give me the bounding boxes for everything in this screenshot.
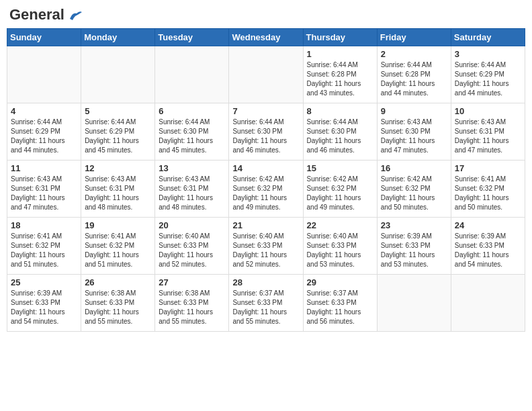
- logo: General: [9, 7, 83, 23]
- day-info: Sunrise: 6:42 AM Sunset: 6:32 PM Dayligh…: [232, 175, 299, 212]
- calendar-day-cell: [7, 46, 81, 103]
- day-number: 22: [307, 220, 373, 230]
- day-number: 7: [232, 106, 299, 116]
- day-number: 5: [85, 106, 151, 116]
- weekday-header-thursday: Thursday: [303, 29, 377, 46]
- day-info: Sunrise: 6:44 AM Sunset: 6:30 PM Dayligh…: [307, 118, 373, 155]
- calendar-day-cell: 19Sunrise: 6:41 AM Sunset: 6:32 PM Dayli…: [81, 218, 155, 275]
- weekday-header-monday: Monday: [81, 29, 155, 46]
- weekday-header-sunday: Sunday: [7, 29, 81, 46]
- day-info: Sunrise: 6:43 AM Sunset: 6:30 PM Dayligh…: [381, 118, 447, 155]
- weekday-header-saturday: Saturday: [451, 29, 525, 46]
- calendar-day-cell: 16Sunrise: 6:42 AM Sunset: 6:32 PM Dayli…: [377, 161, 451, 218]
- day-info: Sunrise: 6:38 AM Sunset: 6:33 PM Dayligh…: [159, 289, 225, 326]
- day-number: 27: [159, 277, 225, 287]
- day-info: Sunrise: 6:44 AM Sunset: 6:30 PM Dayligh…: [232, 118, 299, 155]
- calendar-day-cell: 11Sunrise: 6:43 AM Sunset: 6:31 PM Dayli…: [7, 161, 81, 218]
- calendar-day-cell: 14Sunrise: 6:42 AM Sunset: 6:32 PM Dayli…: [229, 161, 303, 218]
- day-info: Sunrise: 6:40 AM Sunset: 6:33 PM Dayligh…: [159, 232, 225, 269]
- day-number: 6: [159, 106, 225, 116]
- day-info: Sunrise: 6:41 AM Sunset: 6:32 PM Dayligh…: [11, 232, 77, 269]
- calendar-day-cell: 18Sunrise: 6:41 AM Sunset: 6:32 PM Dayli…: [7, 218, 81, 275]
- calendar-day-cell: 15Sunrise: 6:42 AM Sunset: 6:32 PM Dayli…: [303, 161, 377, 218]
- calendar-week-row: 11Sunrise: 6:43 AM Sunset: 6:31 PM Dayli…: [7, 161, 525, 218]
- calendar-week-row: 1Sunrise: 6:44 AM Sunset: 6:28 PM Daylig…: [7, 46, 525, 103]
- day-number: 8: [307, 106, 373, 116]
- day-number: 25: [11, 277, 77, 287]
- day-number: 19: [85, 220, 151, 230]
- day-number: 1: [307, 49, 373, 59]
- calendar-day-cell: 13Sunrise: 6:43 AM Sunset: 6:31 PM Dayli…: [155, 161, 229, 218]
- calendar-day-cell: 2Sunrise: 6:44 AM Sunset: 6:28 PM Daylig…: [377, 46, 451, 103]
- calendar-table: SundayMondayTuesdayWednesdayThursdayFrid…: [7, 28, 525, 332]
- day-number: 23: [381, 220, 447, 230]
- calendar-day-cell: 26Sunrise: 6:38 AM Sunset: 6:33 PM Dayli…: [81, 275, 155, 332]
- calendar-day-cell: 23Sunrise: 6:39 AM Sunset: 6:33 PM Dayli…: [377, 218, 451, 275]
- weekday-header-tuesday: Tuesday: [155, 29, 229, 46]
- calendar-day-cell: 9Sunrise: 6:43 AM Sunset: 6:30 PM Daylig…: [377, 103, 451, 161]
- calendar-week-row: 4Sunrise: 6:44 AM Sunset: 6:29 PM Daylig…: [7, 103, 525, 161]
- weekday-header-wednesday: Wednesday: [229, 29, 303, 46]
- day-number: 18: [11, 220, 77, 230]
- calendar-day-cell: 20Sunrise: 6:40 AM Sunset: 6:33 PM Dayli…: [155, 218, 229, 275]
- day-info: Sunrise: 6:37 AM Sunset: 6:33 PM Dayligh…: [307, 289, 373, 326]
- day-number: 9: [381, 106, 447, 116]
- day-number: 11: [11, 163, 77, 173]
- day-number: 3: [455, 49, 521, 59]
- day-number: 21: [232, 220, 299, 230]
- day-info: Sunrise: 6:38 AM Sunset: 6:33 PM Dayligh…: [85, 289, 151, 326]
- day-info: Sunrise: 6:39 AM Sunset: 6:33 PM Dayligh…: [455, 232, 521, 269]
- day-info: Sunrise: 6:39 AM Sunset: 6:33 PM Dayligh…: [381, 232, 447, 269]
- day-info: Sunrise: 6:44 AM Sunset: 6:29 PM Dayligh…: [455, 60, 521, 98]
- calendar-day-cell: 10Sunrise: 6:43 AM Sunset: 6:31 PM Dayli…: [451, 103, 525, 161]
- calendar-day-cell: 29Sunrise: 6:37 AM Sunset: 6:33 PM Dayli…: [303, 275, 377, 332]
- day-number: 2: [381, 49, 447, 59]
- logo-bird-icon: [69, 9, 83, 21]
- calendar-day-cell: [451, 275, 525, 332]
- day-info: Sunrise: 6:43 AM Sunset: 6:31 PM Dayligh…: [159, 175, 225, 212]
- logo-general: General: [9, 7, 83, 23]
- calendar-day-cell: [155, 46, 229, 103]
- calendar-day-cell: 5Sunrise: 6:44 AM Sunset: 6:29 PM Daylig…: [81, 103, 155, 161]
- day-number: 14: [232, 163, 299, 173]
- day-info: Sunrise: 6:44 AM Sunset: 6:28 PM Dayligh…: [381, 60, 447, 98]
- day-info: Sunrise: 6:39 AM Sunset: 6:33 PM Dayligh…: [11, 289, 77, 326]
- day-number: 17: [455, 163, 521, 173]
- day-info: Sunrise: 6:42 AM Sunset: 6:32 PM Dayligh…: [307, 175, 373, 212]
- day-number: 16: [381, 163, 447, 173]
- day-number: 12: [85, 163, 151, 173]
- day-info: Sunrise: 6:43 AM Sunset: 6:31 PM Dayligh…: [85, 175, 151, 212]
- calendar-day-cell: 28Sunrise: 6:37 AM Sunset: 6:33 PM Dayli…: [229, 275, 303, 332]
- calendar-day-cell: 1Sunrise: 6:44 AM Sunset: 6:28 PM Daylig…: [303, 46, 377, 103]
- day-info: Sunrise: 6:41 AM Sunset: 6:32 PM Dayligh…: [455, 175, 521, 212]
- day-number: 28: [232, 277, 299, 287]
- calendar-day-cell: [377, 275, 451, 332]
- day-info: Sunrise: 6:42 AM Sunset: 6:32 PM Dayligh…: [381, 175, 447, 212]
- day-info: Sunrise: 6:43 AM Sunset: 6:31 PM Dayligh…: [455, 118, 521, 155]
- day-number: 24: [455, 220, 521, 230]
- calendar-day-cell: 12Sunrise: 6:43 AM Sunset: 6:31 PM Dayli…: [81, 161, 155, 218]
- calendar-day-cell: 24Sunrise: 6:39 AM Sunset: 6:33 PM Dayli…: [451, 218, 525, 275]
- calendar-day-cell: 4Sunrise: 6:44 AM Sunset: 6:29 PM Daylig…: [7, 103, 81, 161]
- calendar-day-cell: 8Sunrise: 6:44 AM Sunset: 6:30 PM Daylig…: [303, 103, 377, 161]
- calendar-day-cell: [229, 46, 303, 103]
- calendar-day-cell: 22Sunrise: 6:40 AM Sunset: 6:33 PM Dayli…: [303, 218, 377, 275]
- calendar-header: General: [7, 7, 525, 23]
- calendar-day-cell: 3Sunrise: 6:44 AM Sunset: 6:29 PM Daylig…: [451, 46, 525, 103]
- calendar-week-row: 18Sunrise: 6:41 AM Sunset: 6:32 PM Dayli…: [7, 218, 525, 275]
- calendar-day-cell: 17Sunrise: 6:41 AM Sunset: 6:32 PM Dayli…: [451, 161, 525, 218]
- weekday-header-row: SundayMondayTuesdayWednesdayThursdayFrid…: [7, 29, 525, 46]
- weekday-header-friday: Friday: [377, 29, 451, 46]
- calendar-day-cell: 27Sunrise: 6:38 AM Sunset: 6:33 PM Dayli…: [155, 275, 229, 332]
- day-number: 20: [159, 220, 225, 230]
- calendar-day-cell: 25Sunrise: 6:39 AM Sunset: 6:33 PM Dayli…: [7, 275, 81, 332]
- day-number: 29: [307, 277, 373, 287]
- day-number: 10: [455, 106, 521, 116]
- day-info: Sunrise: 6:40 AM Sunset: 6:33 PM Dayligh…: [232, 232, 299, 269]
- day-info: Sunrise: 6:44 AM Sunset: 6:28 PM Dayligh…: [307, 60, 373, 98]
- day-number: 26: [85, 277, 151, 287]
- day-number: 4: [11, 106, 77, 116]
- day-info: Sunrise: 6:41 AM Sunset: 6:32 PM Dayligh…: [85, 232, 151, 269]
- calendar-week-row: 25Sunrise: 6:39 AM Sunset: 6:33 PM Dayli…: [7, 275, 525, 332]
- day-info: Sunrise: 6:44 AM Sunset: 6:29 PM Dayligh…: [85, 118, 151, 155]
